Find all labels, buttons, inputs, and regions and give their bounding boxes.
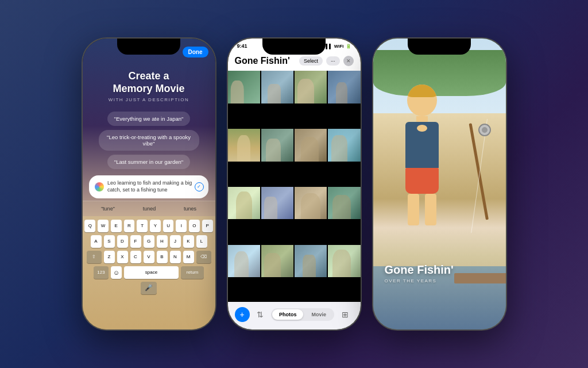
key-x[interactable]: X	[117, 251, 128, 263]
photo-8[interactable]	[328, 129, 361, 162]
key-r[interactable]: R	[124, 220, 135, 232]
key-s[interactable]: S	[104, 235, 115, 248]
key-h[interactable]: H	[157, 235, 168, 248]
key-i[interactable]: I	[176, 220, 187, 232]
memory-input[interactable]: Leo learning to fish and making a big ca…	[89, 175, 208, 198]
photo-7[interactable]	[295, 129, 327, 162]
photo-15[interactable]	[295, 245, 327, 278]
more-button[interactable]: ···	[326, 56, 340, 66]
tab-group: Photos Movie	[271, 308, 334, 321]
key-z[interactable]: Z	[104, 251, 115, 263]
movie-title: Gone Fishin'	[385, 263, 454, 276]
phone-3-background: Gone Fishin' OVER THE YEARS	[373, 39, 506, 329]
create-subtitle: WITH JUST A DESCRIPTION	[109, 97, 189, 102]
key-emoji[interactable]: ☺	[111, 266, 122, 279]
suggestion-1[interactable]: "Everything we ate in Japan"	[107, 112, 191, 126]
status-time: 9:41	[237, 43, 247, 49]
keyboard-row-1: Q W E R T Y U I O P	[85, 220, 213, 232]
suggestion-3[interactable]: "Last summer in our garden"	[107, 155, 190, 169]
submit-icon[interactable]: ✓	[195, 182, 204, 191]
key-return[interactable]: return	[181, 266, 204, 279]
close-button[interactable]: ✕	[343, 56, 354, 66]
phone-3: Gone Fishin' OVER THE YEARS	[372, 37, 507, 331]
key-d[interactable]: D	[117, 235, 128, 248]
keyboard[interactable]: Q W E R T Y U I O P A S D F G H	[83, 216, 215, 329]
photo-6[interactable]	[261, 129, 294, 162]
dock	[454, 273, 506, 283]
fishing-reel	[478, 124, 491, 136]
key-n[interactable]: N	[170, 251, 181, 263]
phone-2: 9:41 ▌▌▌ WiFi 🔋 Gone Fishin' Select ··· …	[227, 37, 362, 331]
boy-figure	[405, 85, 439, 251]
phone-2-toolbar: + ⇅ Photos Movie ⊞	[228, 302, 361, 329]
keyboard-row-4: 123 ☺ space return	[85, 266, 213, 279]
gallery-title: Gone Fishin'	[235, 56, 290, 66]
key-l[interactable]: L	[196, 235, 207, 248]
autocomplete-tunes[interactable]: tunes	[180, 204, 200, 213]
key-g[interactable]: G	[144, 235, 154, 248]
tab-photos[interactable]: Photos	[272, 309, 304, 320]
movie-subtitle: OVER THE YEARS	[385, 278, 454, 283]
phone-3-notch	[408, 39, 471, 55]
photo-12[interactable]	[328, 187, 361, 220]
key-o[interactable]: O	[189, 220, 200, 232]
key-a[interactable]: A	[91, 235, 102, 248]
photo-grid	[228, 71, 361, 302]
main-scene: Done Create a Memory Movie WITH JUST A D…	[0, 0, 588, 368]
key-m[interactable]: M	[183, 251, 194, 263]
grid-icon[interactable]: ⊞	[337, 306, 353, 323]
photo-14[interactable]	[261, 245, 294, 278]
siri-icon	[95, 182, 104, 191]
key-delete[interactable]: ⌫	[196, 251, 211, 263]
create-title: Create a Memory Movie	[113, 70, 184, 95]
key-u[interactable]: U	[163, 220, 174, 232]
autocomplete-bar: "tune" tuned tunes	[83, 201, 215, 216]
phone-2-screen: 9:41 ▌▌▌ WiFi 🔋 Gone Fishin' Select ··· …	[228, 39, 361, 329]
key-w[interactable]: W	[98, 220, 109, 232]
key-v[interactable]: V	[144, 251, 154, 263]
key-q[interactable]: Q	[84, 220, 95, 232]
key-t[interactable]: T	[137, 220, 148, 232]
photo-10[interactable]	[261, 187, 294, 220]
status-icons: ▌▌▌ WiFi 🔋	[323, 43, 351, 49]
key-f[interactable]: F	[130, 235, 141, 248]
phone-1: Done Create a Memory Movie WITH JUST A D…	[82, 37, 216, 331]
key-y[interactable]: Y	[150, 220, 161, 232]
input-text: Leo learning to fish and making a big ca…	[107, 180, 203, 193]
key-c[interactable]: C	[130, 251, 141, 263]
photo-4[interactable]	[328, 71, 361, 103]
key-k[interactable]: K	[183, 235, 194, 248]
photo-11[interactable]	[295, 187, 327, 220]
key-e[interactable]: E	[111, 220, 122, 232]
photo-13[interactable]	[228, 245, 261, 278]
photo-16[interactable]	[328, 245, 361, 278]
gone-fishin-overlay: Gone Fishin' OVER THE YEARS	[385, 263, 454, 283]
key-b[interactable]: B	[157, 251, 168, 263]
phone-2-notch	[262, 39, 326, 55]
photo-9[interactable]	[228, 187, 261, 220]
sort-icon[interactable]: ⇅	[252, 306, 268, 323]
autocomplete-tune[interactable]: "tune"	[98, 204, 118, 213]
key-j[interactable]: J	[170, 235, 181, 248]
suggestion-2[interactable]: "Leo trick-or-treating with a spooky vib…	[99, 130, 199, 151]
photo-2[interactable]	[261, 71, 294, 103]
photo-5[interactable]	[228, 129, 261, 162]
key-microphone[interactable]: 🎤	[141, 282, 157, 294]
header-buttons: Select ··· ✕	[299, 56, 354, 66]
tab-movie[interactable]: Movie	[304, 309, 333, 320]
fishing-rod	[469, 123, 488, 220]
add-button[interactable]: +	[235, 307, 250, 322]
select-button[interactable]: Select	[299, 56, 323, 66]
photo-1[interactable]	[228, 71, 261, 103]
key-shift[interactable]: ⇧	[87, 251, 102, 263]
phone-3-screen: Gone Fishin' OVER THE YEARS	[373, 39, 506, 329]
key-p[interactable]: P	[202, 220, 213, 232]
key-space[interactable]: space	[124, 266, 179, 279]
photo-3[interactable]	[295, 71, 327, 103]
battery-icon: 🔋	[346, 44, 351, 49]
key-123[interactable]: 123	[94, 266, 109, 279]
phone-1-notch	[117, 39, 180, 55]
autocomplete-tuned[interactable]: tuned	[140, 204, 160, 213]
keyboard-row-3: ⇧ Z X C V B N M ⌫	[85, 251, 213, 263]
done-button[interactable]: Done	[183, 47, 208, 57]
